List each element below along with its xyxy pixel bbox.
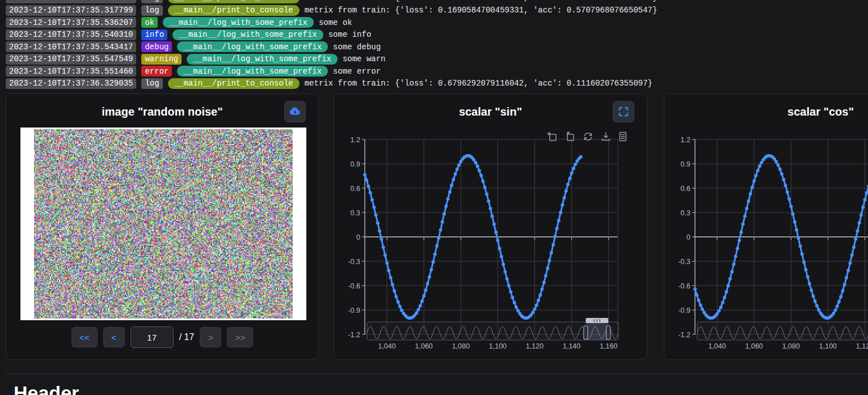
log-row: 2023-12-10T17:37:35.317799log__main__/pr… (6, 5, 657, 16)
log-timestamp: 2023-12-10T17:37:35.317799 (6, 0, 136, 3)
log-level-badge: log (141, 5, 162, 16)
svg-text:0: 0 (686, 233, 690, 241)
datazoom-handle-left[interactable] (584, 326, 588, 339)
svg-text:1,140: 1,140 (563, 342, 580, 350)
log-source-badge: __main__/print_to_console (168, 5, 300, 16)
markdown-header: Header (14, 382, 79, 395)
image-pagination: << < / 17 > >> (6, 327, 318, 347)
log-message: metrix from train: {'loss': 0.1690584700… (305, 6, 658, 15)
log-level-badge: error (141, 66, 172, 77)
svg-text:1,160: 1,160 (600, 342, 617, 350)
log-row: 2023-12-10T17:37:35.536207ok__main__/log… (6, 17, 352, 28)
svg-text:0.3: 0.3 (681, 209, 690, 217)
log-level-badge: debug (141, 41, 172, 52)
scalar-sin-card: scalar "sin" 1.20.90.60.30-0.3-0.6-0.9-1… (334, 94, 647, 360)
log-source-badge: __main__/log_with_some_prefix (177, 66, 328, 77)
log-source-badge: __main__/log_with_some_prefix (187, 54, 338, 65)
page-total-label: / 17 (179, 332, 195, 342)
svg-text:0.9: 0.9 (681, 160, 690, 168)
log-timestamp: 2023-12-10T17:37:35.317799 (6, 5, 136, 16)
log-row: 2023-12-10T17:37:36.329035log__main__/pr… (6, 78, 652, 89)
svg-text:1,040: 1,040 (708, 342, 726, 350)
cloud-download-icon (289, 105, 301, 118)
prev-page-button[interactable]: < (103, 327, 125, 347)
svg-text:1,060: 1,060 (745, 342, 763, 350)
log-message: some error (333, 67, 381, 76)
log-message: some info (328, 30, 372, 39)
log-source-badge: __main__/log_with_some_prefix (177, 41, 328, 52)
svg-text:1,040: 1,040 (378, 342, 395, 350)
noise-image (20, 128, 306, 320)
log-timestamp: 2023-12-10T17:37:35.543417 (6, 41, 136, 52)
svg-text:1,120: 1,120 (856, 342, 868, 350)
log-source-badge: __main__/log_with_some_prefix (172, 29, 323, 40)
svg-text:-1.2: -1.2 (678, 331, 690, 339)
log-level-badge: log (141, 78, 162, 89)
svg-text:1,100: 1,100 (489, 342, 507, 350)
download-image-button[interactable] (284, 101, 306, 122)
log-level-badge: info (141, 29, 167, 40)
log-message: some warn (343, 54, 386, 63)
log-timestamp: 2023-12-10T17:37:35.551460 (6, 66, 136, 77)
svg-text:0.9: 0.9 (351, 160, 360, 168)
svg-text:0.3: 0.3 (351, 209, 360, 217)
svg-text:1,080: 1,080 (782, 342, 800, 350)
log-row: 2023-12-10T17:37:35.540310info__main__/l… (6, 29, 371, 40)
svg-text:0.6: 0.6 (681, 185, 690, 193)
page-input[interactable] (130, 326, 174, 348)
chart-toolbar (547, 131, 627, 142)
log-source-badge: __main__/log_with_some_prefix (163, 17, 314, 28)
log-level-badge: warning (141, 54, 182, 65)
log-message: some ok (319, 18, 352, 27)
svg-text:1.2: 1.2 (351, 136, 360, 144)
log-source-badge: __main__/print_to_console (168, 0, 300, 3)
log-row: 2023-12-10T17:37:35.551460error__main__/… (6, 66, 381, 77)
log-message: some debug (333, 43, 381, 52)
log-timestamp: 2023-12-10T17:37:35.540310 (6, 29, 136, 40)
log-message: metrix from train: {'loss': 0.6796292079… (305, 79, 652, 88)
datazoom-move-handle[interactable] (585, 318, 608, 323)
svg-text:-0.9: -0.9 (678, 307, 690, 315)
log-source-badge: __main__/print_to_console (168, 78, 300, 89)
svg-text:1,060: 1,060 (415, 342, 433, 350)
section-divider (5, 373, 868, 374)
data-view-icon[interactable] (618, 131, 627, 142)
datazoom-handle-right[interactable] (606, 326, 610, 339)
log-message: metrix from train: {'loss': 0.1690584700… (305, 0, 658, 2)
log-row-partial: 2023-12-10T17:37:35.317799log__main__/pr… (6, 0, 657, 3)
last-page-button[interactable]: >> (227, 327, 253, 347)
restore-icon[interactable] (583, 131, 593, 142)
log-level-badge: ok (141, 17, 158, 28)
zoom-box-icon[interactable] (547, 131, 558, 142)
zoom-undo-icon[interactable] (565, 131, 575, 142)
log-level-badge: log (141, 0, 162, 3)
log-row: 2023-12-10T17:37:35.547549warning__main_… (6, 53, 386, 65)
svg-text:1,100: 1,100 (819, 342, 837, 350)
svg-text:-0.6: -0.6 (678, 282, 690, 290)
log-row: 2023-12-10T17:37:35.543417debug__main__/… (6, 41, 381, 53)
first-page-button[interactable]: << (71, 327, 98, 347)
save-image-icon[interactable] (601, 131, 611, 142)
svg-text:-0.3: -0.3 (348, 258, 360, 266)
svg-text:-0.6: -0.6 (348, 282, 360, 290)
image-card: image "random noise" << < / 17 > >> (6, 94, 319, 360)
scalar-cos-card: scalar "cos" 1.20.90.60.30-0.3-0.6-0.9-1… (664, 94, 868, 360)
svg-text:-0.9: -0.9 (348, 307, 360, 315)
svg-text:1,120: 1,120 (526, 342, 543, 350)
svg-text:0.6: 0.6 (351, 185, 360, 193)
image-card-title: image "random noise" (6, 105, 318, 118)
svg-text:1.2: 1.2 (681, 136, 690, 144)
log-timestamp: 2023-12-10T17:37:35.536207 (6, 17, 136, 28)
next-page-button[interactable]: > (200, 327, 221, 347)
svg-text:0: 0 (356, 233, 360, 241)
svg-text:-1.2: -1.2 (348, 331, 360, 339)
svg-text:1,080: 1,080 (452, 342, 470, 350)
log-timestamp: 2023-12-10T17:37:35.547549 (6, 54, 136, 65)
cos-chart[interactable]: 1.20.90.60.30-0.3-0.6-0.9-1.21,0401,0601… (664, 94, 868, 360)
log-timestamp: 2023-12-10T17:37:36.329035 (6, 78, 136, 89)
svg-text:-0.3: -0.3 (678, 258, 690, 266)
